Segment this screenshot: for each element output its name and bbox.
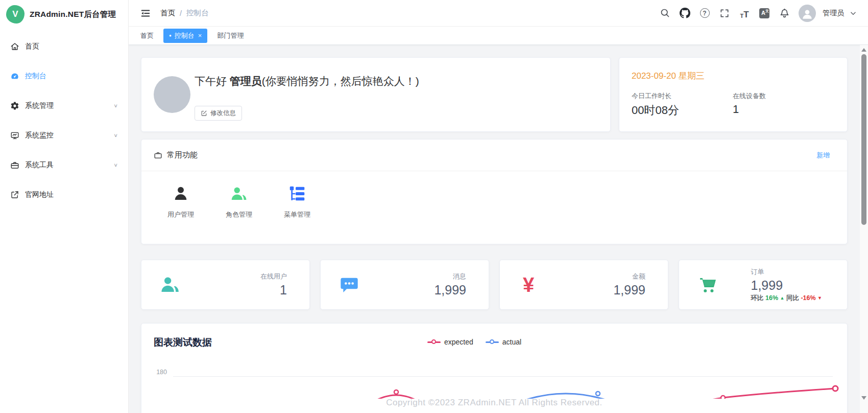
fullscreen-icon[interactable] xyxy=(719,8,730,19)
breadcrumb-home[interactable]: 首页 xyxy=(160,8,175,18)
greeting-username: 管理员 xyxy=(230,75,262,87)
sidebar-item-dashboard[interactable]: 控制台 xyxy=(0,61,128,91)
help-icon[interactable]: ? xyxy=(699,8,710,19)
navbar-actions: ? TT A文 管理员 xyxy=(659,5,857,22)
toolbox-icon xyxy=(10,160,19,170)
sidebar-item-system-admin[interactable]: 系统管理 ∨ xyxy=(0,91,128,121)
app-logo-row[interactable]: V ZRAdmin.NET后台管理 xyxy=(0,0,128,29)
stat-card-online-users: 在线用户 1 xyxy=(141,260,310,310)
welcome-card: 下午好 管理员(你要悄悄努力，然后惊艳众人！) 修改信息 xyxy=(141,57,611,132)
legend-item-actual[interactable]: actual xyxy=(486,338,521,346)
help-glyph: ? xyxy=(703,10,706,17)
stat-label: 在线用户 xyxy=(260,272,287,281)
monitor-icon xyxy=(10,131,19,140)
legend-item-expected[interactable]: expected xyxy=(427,338,473,346)
mom-label: 环比 xyxy=(751,294,764,302)
sidebar-item-system-tools[interactable]: 系统工具 ∨ xyxy=(0,150,128,180)
top-navbar: 首页 / 控制台 ? TT A文 管理员 xyxy=(129,0,868,27)
main-content: 下午好 管理员(你要悄悄努力，然后惊艳众人！) 修改信息 2023-09-20 … xyxy=(129,45,868,413)
work-duration-label: 今日工作时长 xyxy=(632,91,671,101)
quick-functions-card: 常用功能 新增 用户管理 角色管理 菜单管理 xyxy=(141,139,848,244)
profile-avatar[interactable] xyxy=(154,76,190,113)
work-duration-value: 00时08分 xyxy=(632,103,679,118)
edit-profile-button[interactable]: 修改信息 xyxy=(195,106,242,121)
chevron-down-icon: ∨ xyxy=(113,103,118,108)
tab-home[interactable]: 首页 xyxy=(135,29,159,43)
breadcrumb: 首页 / 控制台 xyxy=(160,8,209,18)
greeting-text: 下午好 管理员(你要悄悄努力，然后惊艳众人！) xyxy=(195,74,419,88)
today-card: 2023-09-20 星期三 今日工作时长 在线设备数 00时08分 1 xyxy=(619,57,848,132)
stat-card-orders: 订单 1,999 环比 16% ▲ 同比 -16% ▼ xyxy=(679,260,848,310)
briefcase-icon xyxy=(154,151,162,159)
stat-label: 金额 xyxy=(613,272,645,281)
yoy-label: 同比 xyxy=(786,294,799,302)
app-logo: V xyxy=(6,5,25,24)
yuan-icon: ¥ xyxy=(517,273,540,296)
app-title: ZRAdmin.NET后台管理 xyxy=(30,9,116,20)
users-icon xyxy=(159,273,181,296)
fold-sidebar-icon[interactable] xyxy=(140,8,151,19)
quick-item-role-management[interactable]: 角色管理 xyxy=(219,183,259,219)
cart-icon xyxy=(696,273,719,296)
scrollbar-down-arrow[interactable] xyxy=(861,396,866,400)
message-icon xyxy=(338,273,360,296)
scrollbar-thumb[interactable] xyxy=(861,54,866,225)
tab-close-icon[interactable]: × xyxy=(198,32,202,39)
stat-value: 1,999 xyxy=(434,283,466,297)
stat-card-messages: 消息 1,999 xyxy=(320,260,489,310)
sidebar-item-label: 系统工具 xyxy=(25,160,54,170)
stat-label: 消息 xyxy=(434,272,466,281)
user-name[interactable]: 管理员 xyxy=(823,9,844,18)
stat-value: 1,999 xyxy=(613,283,645,297)
sidebar-menu: 首页 控制台 系统管理 ∨ 系统监控 ∨ 系统工具 xyxy=(0,32,128,210)
users-icon xyxy=(219,183,259,203)
vertical-scrollbar[interactable] xyxy=(860,45,868,413)
menu-tree-icon xyxy=(277,183,318,203)
sidebar-item-label: 首页 xyxy=(25,42,39,51)
sidebar-item-system-monitor[interactable]: 系统监控 ∨ xyxy=(0,121,128,150)
chevron-down-icon: ∨ xyxy=(113,162,118,168)
chart-title: 图表测试数据 xyxy=(154,336,212,349)
legend-marker-actual xyxy=(486,339,499,345)
sidebar: V ZRAdmin.NET后台管理 首页 控制台 系统管理 ∨ 系 xyxy=(0,0,129,413)
user-icon xyxy=(160,183,201,203)
translate-icon[interactable]: A文 xyxy=(759,8,770,19)
breadcrumb-separator: / xyxy=(180,9,182,17)
sidebar-item-label: 控制台 xyxy=(25,72,46,81)
stat-value: 1 xyxy=(260,283,287,297)
stat-card-amount: ¥ 金额 1,999 xyxy=(499,260,668,310)
footer-copyright: Copyright ©2023 ZRAdmin.NET All Rights R… xyxy=(129,398,860,408)
chevron-down-icon: ∨ xyxy=(113,132,118,138)
quick-functions-header: 常用功能 新增 xyxy=(141,140,847,171)
sidebar-item-label: 系统监控 xyxy=(25,131,54,140)
up-arrow-icon: ▲ xyxy=(780,295,785,301)
stat-label: 订单 xyxy=(751,267,822,277)
sidebar-item-website[interactable]: 官网地址 xyxy=(0,180,128,210)
mom-value: 16% xyxy=(765,294,778,302)
github-icon[interactable] xyxy=(679,8,690,19)
yoy-value: -16% xyxy=(801,294,815,302)
page-tabs: 首页 ● 控制台 × 部门管理 xyxy=(129,27,868,45)
quick-item-menu-management[interactable]: 菜单管理 xyxy=(277,183,318,219)
user-menu-chevron-icon[interactable] xyxy=(850,10,857,17)
tab-departments[interactable]: 部门管理 xyxy=(211,29,249,43)
dashboard-icon xyxy=(10,72,19,81)
edit-icon xyxy=(201,110,207,117)
quick-item-user-management[interactable]: 用户管理 xyxy=(160,183,201,219)
sidebar-item-home[interactable]: 首页 xyxy=(0,32,128,61)
breadcrumb-current: 控制台 xyxy=(186,8,209,18)
online-devices-label: 在线设备数 xyxy=(733,91,766,101)
online-devices-value: 1 xyxy=(733,103,739,116)
gear-icon xyxy=(10,101,19,110)
y-axis-tick-180: 180 xyxy=(153,369,167,376)
sidebar-item-label: 系统管理 xyxy=(25,101,54,110)
scrollbar-up-arrow[interactable] xyxy=(861,48,866,52)
chart-curves xyxy=(141,379,848,399)
user-avatar[interactable] xyxy=(799,5,816,22)
tab-dashboard[interactable]: ● 控制台 × xyxy=(163,29,207,43)
font-size-icon[interactable]: TT xyxy=(739,8,750,19)
search-icon[interactable] xyxy=(659,8,670,19)
notification-bell-icon[interactable] xyxy=(779,8,790,19)
add-quick-function-link[interactable]: 新增 xyxy=(816,151,830,160)
quick-functions-body: 用户管理 角色管理 菜单管理 xyxy=(141,171,847,219)
